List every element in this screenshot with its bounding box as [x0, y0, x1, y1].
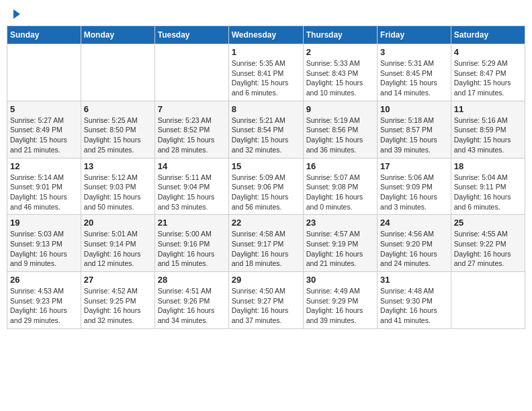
calendar-week-row: 19Sunrise: 5:03 AMSunset: 9:13 PMDayligh… [7, 215, 525, 272]
calendar-day-cell: 12Sunrise: 5:14 AMSunset: 9:01 PMDayligh… [7, 158, 81, 215]
weekday-header-row: SundayMondayTuesdayWednesdayThursdayFrid… [7, 26, 525, 44]
day-info: Sunrise: 5:27 AMSunset: 8:49 PMDaylight:… [10, 116, 78, 155]
day-info: Sunrise: 5:09 AMSunset: 9:06 PMDaylight:… [232, 173, 300, 212]
day-info: Sunrise: 5:03 AMSunset: 9:13 PMDaylight:… [10, 229, 78, 269]
day-info: Sunrise: 5:14 AMSunset: 9:01 PMDaylight:… [10, 173, 78, 212]
calendar-day-cell: 2Sunrise: 5:33 AMSunset: 8:43 PMDaylight… [303, 44, 377, 101]
weekday-header-cell: Sunday [7, 26, 81, 44]
calendar-day-cell: 25Sunrise: 4:55 AMSunset: 9:22 PMDayligh… [451, 215, 525, 272]
calendar-day-cell: 4Sunrise: 5:29 AMSunset: 8:47 PMDaylight… [451, 44, 525, 101]
calendar-day-cell: 10Sunrise: 5:18 AMSunset: 8:57 PMDayligh… [378, 101, 451, 158]
day-info: Sunrise: 4:55 AMSunset: 9:22 PMDaylight:… [454, 229, 522, 269]
day-number: 3 [380, 47, 448, 57]
day-info: Sunrise: 4:48 AMSunset: 9:30 PMDaylight:… [380, 286, 448, 326]
day-info: Sunrise: 4:51 AMSunset: 9:26 PMDaylight:… [158, 286, 226, 326]
day-number: 26 [10, 275, 78, 285]
calendar-day-cell: 15Sunrise: 5:09 AMSunset: 9:06 PMDayligh… [228, 158, 303, 215]
day-info: Sunrise: 5:23 AMSunset: 8:52 PMDaylight:… [158, 116, 226, 155]
calendar-day-cell: 8Sunrise: 5:21 AMSunset: 8:54 PMDaylight… [228, 101, 303, 158]
calendar-table: SundayMondayTuesdayWednesdayThursdayFrid… [7, 26, 525, 329]
day-number: 4 [454, 47, 522, 57]
day-info: Sunrise: 5:06 AMSunset: 9:09 PMDaylight:… [380, 173, 448, 212]
day-info: Sunrise: 5:12 AMSunset: 9:03 PMDaylight:… [84, 173, 152, 212]
logo [12, 9, 21, 19]
day-number: 18 [454, 161, 522, 171]
day-number: 20 [84, 218, 152, 228]
calendar-day-cell [154, 44, 228, 101]
day-number: 13 [84, 161, 152, 171]
calendar-day-cell: 1Sunrise: 5:35 AMSunset: 8:41 PMDaylight… [228, 44, 303, 101]
day-number: 30 [306, 275, 374, 285]
calendar-week-row: 1Sunrise: 5:35 AMSunset: 8:41 PMDaylight… [7, 44, 525, 101]
weekday-header-cell: Friday [378, 26, 451, 44]
day-info: Sunrise: 4:58 AMSunset: 9:17 PMDaylight:… [232, 229, 300, 269]
calendar-day-cell: 20Sunrise: 5:01 AMSunset: 9:14 PMDayligh… [81, 215, 154, 272]
calendar-day-cell: 9Sunrise: 5:19 AMSunset: 8:56 PMDaylight… [303, 101, 377, 158]
calendar-day-cell: 3Sunrise: 5:31 AMSunset: 8:45 PMDaylight… [378, 44, 451, 101]
calendar-body: 1Sunrise: 5:35 AMSunset: 8:41 PMDaylight… [7, 44, 525, 329]
calendar-day-cell: 13Sunrise: 5:12 AMSunset: 9:03 PMDayligh… [81, 158, 154, 215]
day-number: 6 [84, 104, 152, 114]
day-number: 16 [306, 161, 374, 171]
weekday-header-cell: Tuesday [154, 26, 228, 44]
calendar-day-cell: 22Sunrise: 4:58 AMSunset: 9:17 PMDayligh… [228, 215, 303, 272]
day-info: Sunrise: 5:07 AMSunset: 9:08 PMDaylight:… [306, 173, 374, 212]
calendar-day-cell: 16Sunrise: 5:07 AMSunset: 9:08 PMDayligh… [303, 158, 377, 215]
weekday-header-cell: Thursday [303, 26, 377, 44]
page-header [7, 7, 525, 21]
day-info: Sunrise: 5:25 AMSunset: 8:50 PMDaylight:… [84, 116, 152, 155]
day-number: 2 [306, 47, 374, 57]
calendar-week-row: 5Sunrise: 5:27 AMSunset: 8:49 PMDaylight… [7, 101, 525, 158]
day-number: 10 [380, 104, 448, 114]
day-info: Sunrise: 5:18 AMSunset: 8:57 PMDaylight:… [380, 116, 448, 155]
calendar-day-cell [451, 272, 525, 329]
day-info: Sunrise: 5:19 AMSunset: 8:56 PMDaylight:… [306, 116, 374, 155]
calendar-week-row: 26Sunrise: 4:53 AMSunset: 9:23 PMDayligh… [7, 272, 525, 329]
calendar-day-cell: 30Sunrise: 4:49 AMSunset: 9:29 PMDayligh… [303, 272, 377, 329]
day-number: 9 [306, 104, 374, 114]
day-number: 11 [454, 104, 522, 114]
calendar-day-cell [81, 44, 154, 101]
calendar-day-cell: 28Sunrise: 4:51 AMSunset: 9:26 PMDayligh… [154, 272, 228, 329]
calendar-day-cell: 27Sunrise: 4:52 AMSunset: 9:25 PMDayligh… [81, 272, 154, 329]
calendar-day-cell: 29Sunrise: 4:50 AMSunset: 9:27 PMDayligh… [228, 272, 303, 329]
day-info: Sunrise: 5:33 AMSunset: 8:43 PMDaylight:… [306, 58, 374, 98]
day-info: Sunrise: 5:00 AMSunset: 9:16 PMDaylight:… [158, 229, 226, 269]
day-number: 15 [232, 161, 300, 171]
day-info: Sunrise: 5:11 AMSunset: 9:04 PMDaylight:… [158, 173, 226, 212]
calendar-week-row: 12Sunrise: 5:14 AMSunset: 9:01 PMDayligh… [7, 158, 525, 215]
day-number: 21 [158, 218, 226, 228]
day-number: 12 [10, 161, 78, 171]
day-info: Sunrise: 5:04 AMSunset: 9:11 PMDaylight:… [454, 173, 522, 212]
day-info: Sunrise: 4:53 AMSunset: 9:23 PMDaylight:… [10, 286, 78, 326]
day-info: Sunrise: 5:01 AMSunset: 9:14 PMDaylight:… [84, 229, 152, 269]
calendar-day-cell: 7Sunrise: 5:23 AMSunset: 8:52 PMDaylight… [154, 101, 228, 158]
day-info: Sunrise: 4:57 AMSunset: 9:19 PMDaylight:… [306, 229, 374, 269]
day-info: Sunrise: 5:21 AMSunset: 8:54 PMDaylight:… [232, 116, 300, 155]
day-info: Sunrise: 5:31 AMSunset: 8:45 PMDaylight:… [380, 58, 448, 98]
calendar-day-cell: 5Sunrise: 5:27 AMSunset: 8:49 PMDaylight… [7, 101, 81, 158]
weekday-header-cell: Wednesday [228, 26, 303, 44]
calendar-day-cell: 11Sunrise: 5:16 AMSunset: 8:59 PMDayligh… [451, 101, 525, 158]
day-info: Sunrise: 4:56 AMSunset: 9:20 PMDaylight:… [380, 229, 448, 269]
day-info: Sunrise: 4:50 AMSunset: 9:27 PMDaylight:… [232, 286, 300, 326]
day-number: 28 [158, 275, 226, 285]
day-info: Sunrise: 5:16 AMSunset: 8:59 PMDaylight:… [454, 116, 522, 155]
day-number: 19 [10, 218, 78, 228]
day-number: 5 [10, 104, 78, 114]
calendar-day-cell: 31Sunrise: 4:48 AMSunset: 9:30 PMDayligh… [378, 272, 451, 329]
calendar-day-cell [7, 44, 81, 101]
day-info: Sunrise: 4:52 AMSunset: 9:25 PMDaylight:… [84, 286, 152, 326]
day-number: 25 [454, 218, 522, 228]
day-number: 29 [232, 275, 300, 285]
weekday-header-cell: Monday [81, 26, 154, 44]
calendar-day-cell: 18Sunrise: 5:04 AMSunset: 9:11 PMDayligh… [451, 158, 525, 215]
calendar-day-cell: 17Sunrise: 5:06 AMSunset: 9:09 PMDayligh… [378, 158, 451, 215]
calendar-day-cell: 19Sunrise: 5:03 AMSunset: 9:13 PMDayligh… [7, 215, 81, 272]
day-number: 1 [232, 47, 300, 57]
calendar-day-cell: 23Sunrise: 4:57 AMSunset: 9:19 PMDayligh… [303, 215, 377, 272]
day-number: 27 [84, 275, 152, 285]
day-number: 24 [380, 218, 448, 228]
day-number: 17 [380, 161, 448, 171]
day-number: 22 [232, 218, 300, 228]
